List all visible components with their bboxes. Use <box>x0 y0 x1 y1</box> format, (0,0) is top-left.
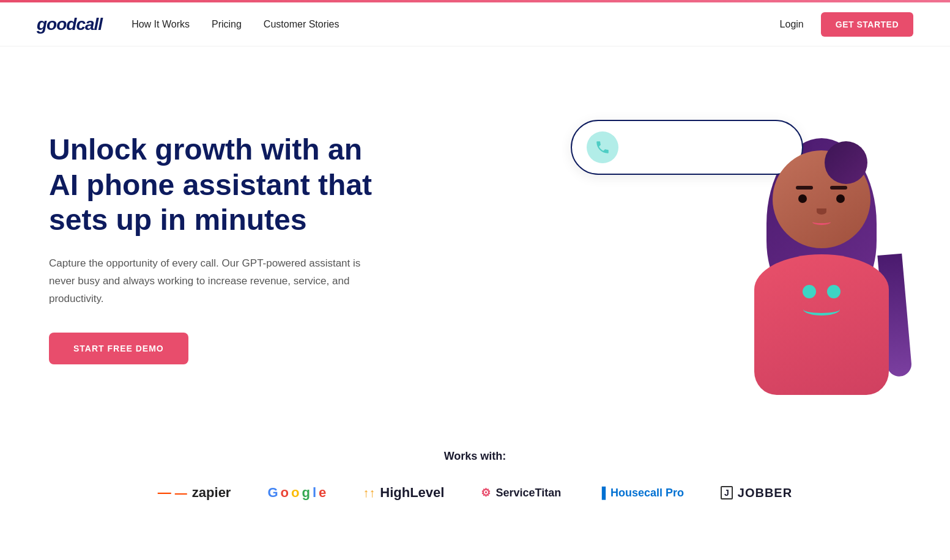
nav-right: Login GET STARTED <box>780 12 913 37</box>
character-eyebrow-left <box>796 186 813 190</box>
hero-title: Unlock growth with an AI phone assistant… <box>49 132 379 238</box>
google-o1: o <box>281 485 289 501</box>
servicetitan-icon: ⚙ <box>481 486 491 499</box>
shirt-smile <box>803 303 840 315</box>
partner-zapier: — zapier <box>158 485 231 501</box>
partner-housecall-pro: ▐ Housecall Pro <box>598 487 684 499</box>
partner-servicetitan: ⚙ ServiceTitan <box>481 486 561 499</box>
housecall-wordmark: Housecall Pro <box>610 487 684 499</box>
jobber-wordmark: JOBBER <box>738 486 792 500</box>
start-free-demo-button[interactable]: START FREE DEMO <box>49 333 188 364</box>
zapier-wordmark: zapier <box>192 485 231 501</box>
call-bubble <box>571 120 803 175</box>
character-hair-bun <box>825 141 867 184</box>
get-started-button[interactable]: GET STARTED <box>821 12 913 37</box>
hero-subtitle: Capture the opportunity of every call. O… <box>49 255 379 308</box>
partner-jobber: J JOBBER <box>721 486 792 500</box>
character-nose <box>817 208 826 215</box>
highlevel-wordmark: HighLevel <box>380 485 444 501</box>
google-l: l <box>313 485 316 501</box>
works-with-label: Works with: <box>37 450 913 463</box>
character-body <box>742 138 901 395</box>
google-g2: g <box>302 485 310 501</box>
shirt-eye-right <box>827 285 841 298</box>
nav-links: How It Works Pricing Customer Stories <box>132 19 339 30</box>
partner-highlevel: ↑↑ HighLevel <box>363 485 444 501</box>
partner-google: Google <box>267 485 326 501</box>
google-e: e <box>319 485 326 501</box>
hero-left: Unlock growth with an AI phone assistant… <box>49 132 379 364</box>
works-with-section: Works with: — zapier Google ↑↑ HighLevel… <box>0 426 950 537</box>
zapier-dash-icon: — <box>175 486 187 500</box>
partners-list: — zapier Google ↑↑ HighLevel ⚙ ServiceTi… <box>37 485 913 501</box>
jobber-icon: J <box>721 486 733 499</box>
google-g1: G <box>267 485 278 501</box>
character-eye-left <box>798 194 807 203</box>
character-eye-right <box>836 194 845 203</box>
nav-link-how-it-works[interactable]: How It Works <box>132 19 190 30</box>
main-nav: goodcall How It Works Pricing Customer S… <box>0 2 950 46</box>
call-icon <box>587 131 618 163</box>
character-eyebrow-right <box>830 186 847 190</box>
shirt-face-design <box>791 285 852 315</box>
servicetitan-wordmark: ServiceTitan <box>495 487 561 499</box>
housecall-icon: ▐ <box>598 487 606 499</box>
hero-section: Unlock growth with an AI phone assistant… <box>0 46 950 426</box>
login-link[interactable]: Login <box>780 19 804 30</box>
google-o2: o <box>291 485 299 501</box>
logo[interactable]: goodcall <box>37 15 102 34</box>
highlevel-arrows-icon: ↑↑ <box>363 486 375 500</box>
nav-left: goodcall How It Works Pricing Customer S… <box>37 15 339 34</box>
hero-right <box>571 101 913 395</box>
character-mouth <box>812 219 831 225</box>
nav-link-pricing[interactable]: Pricing <box>212 19 242 30</box>
shirt-eye-left <box>803 285 816 298</box>
character-head <box>773 150 870 248</box>
shirt-eyes <box>791 285 852 298</box>
nav-link-customer-stories[interactable]: Customer Stories <box>264 19 340 30</box>
character-torso <box>754 254 889 395</box>
